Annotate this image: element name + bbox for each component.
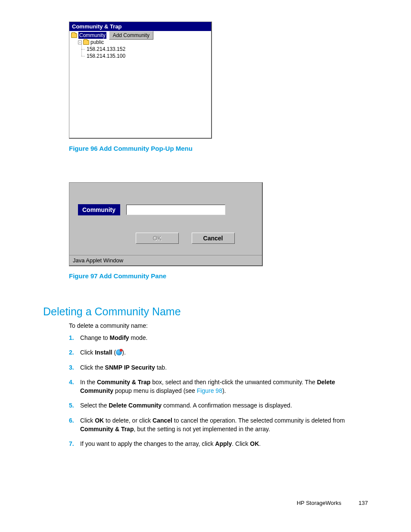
install-icon bbox=[116, 349, 122, 355]
section-heading: Deleting a Community Name bbox=[43, 305, 368, 318]
tree-root-row[interactable]: Community Add Community bbox=[71, 32, 209, 39]
step-1: Change to Modify mode. bbox=[69, 333, 368, 342]
tree-child-label: public bbox=[90, 39, 104, 46]
step-6: Click OK to delete, or click Cancel to c… bbox=[69, 416, 368, 434]
java-applet-status: Java Applet Window bbox=[69, 255, 262, 265]
section-intro: To delete a community name: bbox=[69, 322, 368, 329]
step-5: Select the Delete Community command. A c… bbox=[69, 401, 368, 410]
steps-list: Change to Modify mode. Click Install ().… bbox=[80, 333, 368, 448]
add-community-dialog: Community OK Cancel Java Applet Window bbox=[69, 182, 263, 266]
step-7: If you want to apply the changes to the … bbox=[69, 439, 368, 448]
tree-ip-label: 158.214.133.152 bbox=[87, 46, 125, 53]
cancel-button[interactable]: Cancel bbox=[192, 233, 235, 244]
tree-ip-label: 158.214.135.100 bbox=[87, 53, 125, 59]
folder-icon bbox=[83, 40, 89, 45]
step-4: In the Community & Trap box, select and … bbox=[69, 378, 368, 395]
footer-brand: HP StorageWorks bbox=[297, 500, 342, 506]
page-footer: HP StorageWorks 137 bbox=[297, 500, 368, 506]
figure-98-link[interactable]: Figure 98 bbox=[197, 387, 222, 394]
tree-ip-row[interactable]: 158.214.133.152 bbox=[71, 46, 209, 53]
community-label: Community bbox=[78, 204, 120, 215]
step-2: Click Install (). bbox=[69, 348, 368, 357]
tree-body: Community Add Community - public 158.214… bbox=[69, 31, 211, 138]
tree-root-label: Community bbox=[78, 32, 106, 39]
add-community-menu-item[interactable]: Add Community bbox=[109, 31, 153, 40]
folder-icon bbox=[71, 33, 77, 38]
figure-97-caption: Figure 97 Add Community Pane bbox=[69, 272, 368, 280]
ok-button[interactable]: OK bbox=[136, 233, 179, 244]
figure-96-caption: Figure 96 Add Community Pop-Up Menu bbox=[69, 145, 368, 152]
panel-title: Community & Trap bbox=[69, 22, 211, 31]
community-trap-panel: Community & Trap Community Add Community… bbox=[69, 22, 212, 139]
footer-page-number: 137 bbox=[358, 500, 368, 506]
step-3: Click the SNMP IP Security tab. bbox=[69, 363, 368, 372]
tree-child-row[interactable]: - public bbox=[71, 39, 209, 46]
community-input[interactable] bbox=[126, 205, 225, 215]
tree-ip-row[interactable]: 158.214.135.100 bbox=[71, 53, 209, 59]
